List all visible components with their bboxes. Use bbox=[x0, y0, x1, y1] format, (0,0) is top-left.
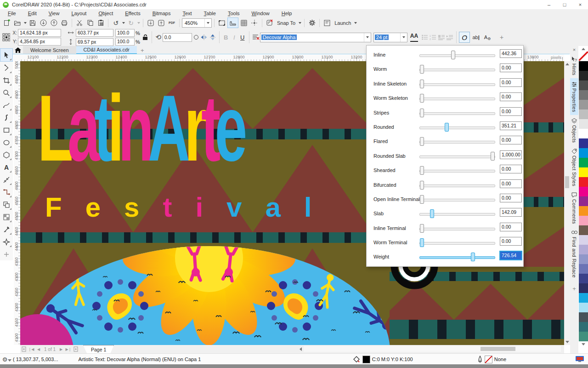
export-button[interactable] bbox=[49, 18, 59, 28]
palette-swatch[interactable] bbox=[579, 332, 588, 341]
indent-icon[interactable] bbox=[446, 33, 454, 41]
vf-slider-handle-inline[interactable] bbox=[451, 51, 455, 59]
eyedropper-tool[interactable] bbox=[0, 223, 12, 236]
vf-slider-open-inline-terminal[interactable] bbox=[419, 199, 495, 201]
vf-slider-handle-worm[interactable] bbox=[420, 65, 424, 74]
print-button[interactable] bbox=[59, 18, 69, 28]
y-position-field[interactable]: 4,354.85 px bbox=[18, 38, 61, 46]
launch-caret[interactable] bbox=[353, 18, 357, 28]
vf-value-worm-skeleton[interactable]: 0.00 bbox=[500, 92, 522, 101]
zoom-tool[interactable] bbox=[0, 86, 12, 99]
vf-slider-worm-skeleton[interactable] bbox=[419, 98, 495, 100]
tab-document[interactable]: CD&I Associates.cdr bbox=[76, 46, 137, 54]
close-button[interactable]: × bbox=[572, 0, 588, 9]
menu-help[interactable]: Help bbox=[276, 10, 298, 17]
vf-slider-handle-weight[interactable] bbox=[471, 253, 475, 261]
artistic-media-tool[interactable] bbox=[0, 111, 12, 124]
vf-value-worm[interactable]: 0.00 bbox=[500, 63, 522, 72]
menu-tools[interactable]: Tools bbox=[222, 10, 246, 17]
contour-tool[interactable] bbox=[0, 198, 12, 211]
numbered-list-icon[interactable]: 12 bbox=[429, 33, 437, 41]
launch-label[interactable]: Launch bbox=[333, 20, 353, 26]
vertical-scroll-thumb[interactable] bbox=[565, 176, 569, 188]
font-size-combo[interactable]: 24 pt bbox=[373, 33, 407, 42]
docker-tab-find-replace[interactable]: Find and Replace bbox=[570, 227, 578, 281]
dimension-tool[interactable] bbox=[0, 173, 12, 186]
vf-slider-worm[interactable] bbox=[419, 69, 495, 71]
bold-button[interactable]: B bbox=[222, 33, 230, 42]
palette-swatch[interactable] bbox=[579, 293, 588, 303]
object-width-field[interactable]: 603.77 px bbox=[76, 29, 113, 37]
palette-swatch[interactable] bbox=[579, 283, 588, 293]
vf-slider-handle-flared[interactable] bbox=[420, 137, 424, 146]
font-list-combo[interactable]: Decovar Alpha bbox=[260, 33, 371, 42]
palette-swatch[interactable] bbox=[579, 71, 588, 80]
cut-button[interactable] bbox=[74, 18, 85, 28]
snap-to-caret[interactable] bbox=[298, 18, 302, 28]
outline-color-swatch[interactable] bbox=[485, 356, 492, 363]
docker-add-button[interactable]: + bbox=[572, 285, 576, 292]
palette-swatch[interactable] bbox=[579, 225, 588, 235]
mirror-vertical-icon[interactable] bbox=[209, 33, 217, 41]
palette-swatch[interactable] bbox=[579, 167, 588, 177]
docker-tab-comments[interactable]: Comments bbox=[570, 189, 578, 227]
save-button[interactable] bbox=[28, 18, 38, 28]
docker-tab-objects[interactable]: Objects bbox=[570, 115, 578, 145]
scale-v-field[interactable]: 100.0 bbox=[115, 38, 135, 46]
palette-swatch[interactable] bbox=[579, 196, 588, 206]
snap-to-label[interactable]: Snap To bbox=[275, 20, 297, 26]
palette-scroll-up[interactable] bbox=[582, 46, 585, 52]
vf-value-inline-terminal[interactable]: 0.00 bbox=[500, 223, 522, 231]
page-tab[interactable]: Page 1 bbox=[83, 345, 114, 353]
docker-tab-properties[interactable]: Properties bbox=[570, 78, 578, 115]
palette-swatch[interactable] bbox=[579, 216, 588, 225]
mirror-horizontal-icon[interactable] bbox=[200, 33, 209, 41]
vf-slider-handle-bifurcated[interactable] bbox=[420, 181, 424, 190]
font-size-caret[interactable] bbox=[400, 33, 407, 42]
palette-swatch[interactable] bbox=[579, 158, 588, 167]
redo-button[interactable]: ↻ bbox=[126, 18, 136, 28]
vf-slider-handle-stripes[interactable] bbox=[420, 109, 424, 117]
color-proof-icon[interactable] bbox=[575, 356, 584, 363]
palette-swatch[interactable] bbox=[579, 303, 588, 312]
vf-slider-worm-terminal[interactable] bbox=[419, 242, 495, 245]
open-dropdown-caret[interactable] bbox=[23, 18, 27, 28]
new-document-button[interactable] bbox=[2, 18, 12, 28]
vf-value-rounded-slab[interactable]: 1,000.00 bbox=[500, 150, 522, 159]
font-list-caret[interactable] bbox=[364, 33, 371, 42]
undo-button[interactable]: ↺ bbox=[111, 18, 121, 28]
edit-text-button[interactable]: ab| bbox=[470, 33, 482, 42]
palette-swatch[interactable] bbox=[579, 90, 588, 100]
zoom-caret[interactable] bbox=[204, 19, 211, 27]
previous-page-icon[interactable]: ◀ bbox=[35, 345, 42, 353]
palette-swatch[interactable] bbox=[579, 100, 588, 109]
variable-fonts-button[interactable]: AA bbox=[410, 33, 418, 42]
zoom-level-combo[interactable]: 450% bbox=[182, 18, 212, 28]
text-outline-button[interactable]: O bbox=[459, 32, 470, 43]
horizontal-scrollbar[interactable] bbox=[298, 346, 561, 352]
vf-slider-shearded[interactable] bbox=[419, 170, 495, 172]
maximize-button[interactable]: □ bbox=[557, 0, 572, 9]
vf-slider-handle-rounded-slab[interactable] bbox=[491, 152, 495, 161]
menu-effects[interactable]: Effects bbox=[119, 10, 146, 17]
vf-slider-stripes[interactable] bbox=[419, 112, 495, 115]
interactive-fill-tool[interactable] bbox=[0, 236, 12, 248]
menu-edit[interactable]: Edit bbox=[22, 10, 43, 17]
customize-plus-button[interactable]: + bbox=[498, 33, 506, 42]
publish-pdf-button[interactable]: PDF bbox=[167, 18, 177, 28]
transparency-tool[interactable] bbox=[0, 211, 12, 223]
palette-swatch[interactable] bbox=[579, 322, 588, 332]
launch-icon[interactable] bbox=[322, 18, 332, 28]
scroll-left-caret[interactable] bbox=[298, 346, 304, 352]
menu-window[interactable]: Window bbox=[246, 10, 276, 17]
palette-swatch[interactable] bbox=[579, 80, 588, 90]
redo-dropdown-caret[interactable] bbox=[136, 18, 141, 28]
italic-button[interactable]: I bbox=[230, 33, 238, 42]
show-grid-button[interactable] bbox=[239, 18, 249, 28]
last-page-icon[interactable]: ▶❘ bbox=[65, 345, 72, 353]
vf-slider-inline-skeleton[interactable] bbox=[419, 83, 495, 86]
next-page-icon[interactable]: ▶ bbox=[57, 345, 65, 353]
vf-value-worm-terminal[interactable]: 0.00 bbox=[500, 237, 522, 246]
palette-swatch[interactable] bbox=[579, 177, 588, 187]
docker-close-icon[interactable]: × bbox=[570, 46, 578, 53]
